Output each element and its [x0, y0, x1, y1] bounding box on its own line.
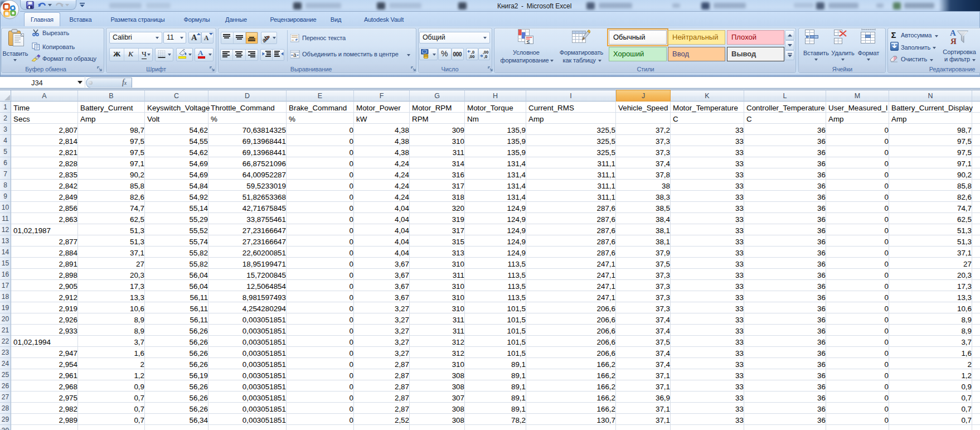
svg-text:,0: ,0 — [484, 54, 487, 59]
svg-text:,00: ,00 — [469, 54, 474, 59]
svg-text:А: А — [950, 29, 956, 37]
svg-text:≤: ≤ — [527, 38, 530, 45]
svg-text:Я: Я — [950, 37, 957, 45]
svg-text:a: a — [293, 52, 297, 58]
svg-text:ab: ab — [263, 34, 270, 42]
